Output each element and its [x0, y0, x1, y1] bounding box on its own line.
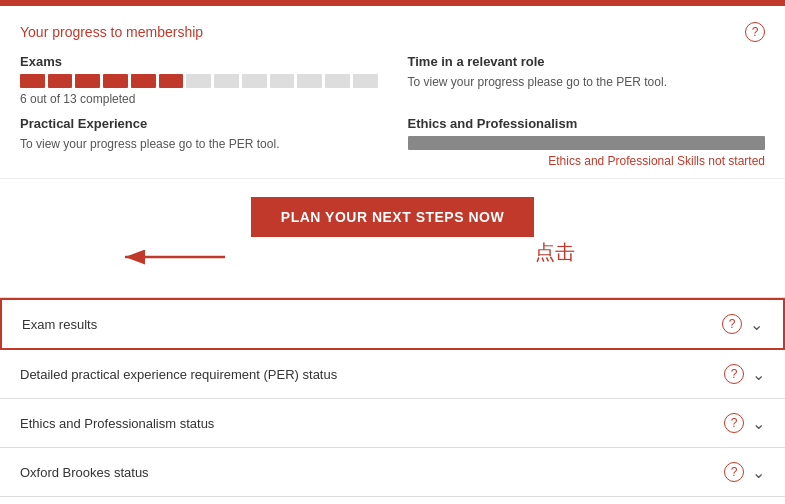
- time-role-label: Time in a relevant role: [408, 54, 766, 69]
- click-annotation-text: 点击: [535, 239, 575, 266]
- ethics-status-label: Ethics and Professionalism status: [20, 416, 214, 431]
- bar-segment-3: [103, 74, 128, 88]
- accordion-section: Exam results ? ⌄ Detailed practical expe…: [0, 297, 785, 497]
- ethics-chevron-icon[interactable]: ⌄: [752, 414, 765, 433]
- exam-results-label: Exam results: [22, 317, 97, 332]
- ethics-help-icon[interactable]: ?: [724, 413, 744, 433]
- bar-segment-8: [242, 74, 267, 88]
- bar-segment-12: [353, 74, 378, 88]
- practical-subtext: To view your progress please go to the P…: [20, 136, 378, 153]
- per-help-icon[interactable]: ?: [724, 364, 744, 384]
- practical-label: Practical Experience: [20, 116, 378, 131]
- oxford-help-icon[interactable]: ?: [724, 462, 744, 482]
- bar-segment-9: [270, 74, 295, 88]
- accordion-right-oxford: ? ⌄: [724, 462, 765, 482]
- bar-segment-10: [297, 74, 322, 88]
- time-role-col: Time in a relevant role To view your pro…: [408, 54, 766, 106]
- per-label: Detailed practical experience requiremen…: [20, 367, 337, 382]
- exams-bar-track: [20, 74, 378, 88]
- accordion-right-per: ? ⌄: [724, 364, 765, 384]
- bar-segment-4: [131, 74, 156, 88]
- bar-segment-0: [20, 74, 45, 88]
- exams-count: 6 out of 13 completed: [20, 92, 378, 106]
- progress-title: Your progress to membership: [20, 24, 203, 40]
- progress-section: Your progress to membership ? Exams 6 ou…: [0, 6, 785, 179]
- accordion-item-ethics[interactable]: Ethics and Professionalism status ? ⌄: [0, 399, 785, 448]
- progress-grid: Exams 6 out of 13 completed Time in a re…: [20, 54, 765, 168]
- accordion-right-exam: ? ⌄: [722, 314, 763, 334]
- plan-next-steps-button[interactable]: PLAN YOUR NEXT STEPS NOW: [251, 197, 534, 237]
- ethics-bar: [408, 136, 766, 150]
- bar-segment-1: [48, 74, 73, 88]
- exams-col: Exams 6 out of 13 completed: [20, 54, 378, 106]
- progress-header: Your progress to membership ?: [20, 22, 765, 42]
- ethics-col: Ethics and Professionalism Ethics and Pr…: [408, 116, 766, 168]
- accordion-right-ethics: ? ⌄: [724, 413, 765, 433]
- cta-section: PLAN YOUR NEXT STEPS NOW 点击: [0, 179, 785, 297]
- bar-segment-2: [75, 74, 100, 88]
- exam-results-help-icon[interactable]: ?: [722, 314, 742, 334]
- exam-results-chevron-icon[interactable]: ⌄: [750, 315, 763, 334]
- oxford-label: Oxford Brookes status: [20, 465, 149, 480]
- bar-segment-5: [159, 74, 184, 88]
- accordion-left-exam: Exam results: [22, 317, 97, 332]
- oxford-chevron-icon[interactable]: ⌄: [752, 463, 765, 482]
- ethics-label: Ethics and Professionalism: [408, 116, 766, 131]
- progress-help-icon[interactable]: ?: [745, 22, 765, 42]
- exams-bar-container: [20, 74, 378, 88]
- time-role-subtext: To view your progress please go to the P…: [408, 74, 766, 91]
- ethics-not-started-text: Ethics and Professional Skills not start…: [408, 154, 766, 168]
- arrow-annotation: [115, 242, 235, 272]
- accordion-left-per: Detailed practical experience requiremen…: [20, 367, 337, 382]
- practical-col: Practical Experience To view your progre…: [20, 116, 378, 168]
- bar-segment-7: [214, 74, 239, 88]
- accordion-left-oxford: Oxford Brookes status: [20, 465, 149, 480]
- accordion-left-ethics: Ethics and Professionalism status: [20, 416, 214, 431]
- bar-segment-11: [325, 74, 350, 88]
- exams-label: Exams: [20, 54, 378, 69]
- per-chevron-icon[interactable]: ⌄: [752, 365, 765, 384]
- accordion-item-oxford[interactable]: Oxford Brookes status ? ⌄: [0, 448, 785, 497]
- accordion-item-exam-results[interactable]: Exam results ? ⌄: [0, 298, 785, 350]
- accordion-item-per[interactable]: Detailed practical experience requiremen…: [0, 350, 785, 399]
- bar-segment-6: [186, 74, 211, 88]
